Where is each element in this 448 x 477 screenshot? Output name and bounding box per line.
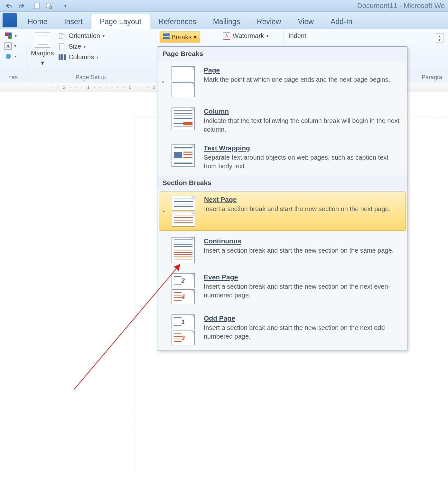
chevron-down-icon[interactable]: ▼	[437, 38, 443, 42]
document-title: Document11 - Microsoft Wo	[357, 2, 448, 10]
menu-item-page[interactable]: ▸ Page Mark the point at which one page …	[157, 61, 407, 102]
theme-fonts-icon: A	[5, 42, 12, 50]
svg-rect-11	[60, 43, 64, 50]
chevron-up-icon[interactable]: ▲	[437, 34, 443, 38]
menu-title: Text Wrapping	[204, 144, 401, 152]
svg-point-8	[6, 54, 11, 59]
next-page-icon	[172, 196, 198, 227]
svg-rect-15	[163, 33, 170, 36]
qat-separator-2	[57, 3, 57, 9]
size-icon	[58, 43, 66, 50]
tab-review[interactable]: Review	[248, 14, 289, 29]
tab-page-layout[interactable]: Page Layout	[91, 14, 150, 29]
themes-fonts-button[interactable]: A▾	[5, 42, 17, 50]
chevron-down-icon: ▾	[193, 33, 197, 41]
menu-item-even-page[interactable]: 2 4 Even Page Insert a section break and…	[157, 268, 407, 309]
indent-spinner[interactable]: ▲ ▼	[436, 33, 443, 42]
svg-rect-4	[5, 33, 8, 36]
continuous-icon	[172, 237, 197, 263]
theme-effects-icon	[5, 53, 12, 60]
margins-label: Margins	[31, 50, 54, 57]
margins-button[interactable]: Margins ▾	[31, 32, 54, 67]
tab-references[interactable]: References	[150, 14, 205, 29]
menu-item-text-wrapping[interactable]: Text Wrapping Separate text around objec…	[157, 139, 407, 176]
menu-title: Next Page	[204, 196, 400, 203]
watermark-button[interactable]: AWatermark ▾	[223, 32, 268, 40]
svg-rect-7	[8, 36, 12, 39]
breaks-dropdown-menu: Page Breaks ▸ Page Mark the point at whi…	[157, 46, 407, 351]
group-page-setup-label: Page Setup	[31, 73, 150, 81]
menu-item-next-page[interactable]: ▸ Next Page Insert a section break and s…	[159, 192, 406, 231]
size-button[interactable]: Size ▾	[58, 43, 105, 50]
page-breaks-header: Page Breaks	[157, 47, 407, 61]
qat-separator	[29, 3, 29, 9]
indicator-icon: ▸	[162, 209, 165, 213]
new-document-icon[interactable]	[34, 2, 41, 9]
file-tab[interactable]	[3, 13, 17, 27]
watermark-icon: A	[223, 33, 230, 40]
ribbon-tabs: Home Insert Page Layout References Maili…	[0, 12, 448, 29]
indicator-icon: ▸	[162, 80, 165, 84]
page-break-icon	[172, 66, 197, 97]
menu-item-column[interactable]: Column Indicate that the text following …	[157, 102, 407, 139]
columns-icon	[58, 54, 66, 61]
group-themes-label: nes	[5, 73, 22, 81]
odd-page-icon: 1 3	[172, 314, 197, 345]
group-page-setup: Margins ▾ Orientation ▾ Size ▾ Columns ▾…	[26, 29, 155, 82]
svg-rect-12	[59, 54, 61, 60]
even-page-icon: 2 4	[172, 273, 197, 304]
breaks-icon	[163, 33, 170, 41]
svg-line-3	[51, 8, 52, 9]
margins-icon	[35, 32, 50, 48]
menu-title: Column	[204, 108, 401, 115]
svg-rect-14	[64, 54, 66, 60]
themes-effects-button[interactable]: ▾	[5, 53, 17, 60]
breaks-label: Breaks	[172, 33, 191, 41]
qat-customize-icon[interactable]: ▾	[62, 2, 69, 9]
menu-title: Page	[204, 66, 401, 74]
column-break-icon	[172, 108, 197, 130]
theme-colors-icon	[5, 32, 12, 39]
svg-rect-6	[5, 36, 8, 39]
tab-view[interactable]: View	[289, 14, 322, 29]
menu-desc: Separate text around objects on web page…	[204, 153, 401, 171]
menu-desc: Insert a section break and start the new…	[204, 205, 400, 213]
menu-desc: Mark the point at which one page ends an…	[204, 75, 401, 84]
menu-desc: Insert a section break and start the new…	[204, 323, 401, 341]
svg-rect-1	[46, 3, 50, 8]
menu-item-continuous[interactable]: Continuous Insert a section break and st…	[157, 232, 407, 268]
themes-colors-button[interactable]: ▾	[5, 32, 17, 39]
menu-item-odd-page[interactable]: 1 3 Odd Page Insert a section break and …	[157, 309, 407, 351]
group-themes: ▾ A▾ ▾ nes	[0, 29, 26, 82]
redo-icon[interactable]	[17, 2, 24, 9]
quick-access-toolbar: ▾	[0, 2, 69, 9]
title-bar: ▾ Document11 - Microsoft Wo	[0, 0, 448, 12]
orientation-button[interactable]: Orientation ▾	[58, 32, 105, 40]
menu-title: Continuous	[204, 237, 401, 245]
chevron-down-icon: ▾	[41, 59, 44, 67]
menu-desc: Insert a section break and start the new…	[204, 246, 401, 255]
tab-home[interactable]: Home	[19, 14, 56, 29]
menu-desc: Insert a section break and start the new…	[204, 282, 401, 300]
svg-rect-10	[61, 35, 65, 38]
tab-insert[interactable]: Insert	[56, 14, 91, 29]
svg-rect-13	[61, 54, 63, 60]
svg-rect-5	[8, 33, 12, 36]
menu-title: Odd Page	[204, 314, 401, 322]
indent-label: Indent	[288, 32, 306, 40]
breaks-button[interactable]: Breaks ▾	[160, 32, 200, 42]
svg-rect-16	[163, 37, 170, 39]
menu-title: Even Page	[204, 273, 401, 281]
columns-button[interactable]: Columns ▾	[58, 53, 105, 61]
undo-icon[interactable]	[6, 2, 13, 9]
section-breaks-header: Section Breaks	[157, 176, 407, 190]
print-preview-icon[interactable]	[45, 2, 52, 9]
tab-mailings[interactable]: Mailings	[205, 14, 248, 29]
orientation-icon	[58, 33, 66, 40]
text-wrapping-icon	[172, 144, 197, 167]
tab-addins[interactable]: Add-In	[322, 14, 361, 29]
menu-desc: Indicate that the text following the col…	[204, 117, 401, 134]
